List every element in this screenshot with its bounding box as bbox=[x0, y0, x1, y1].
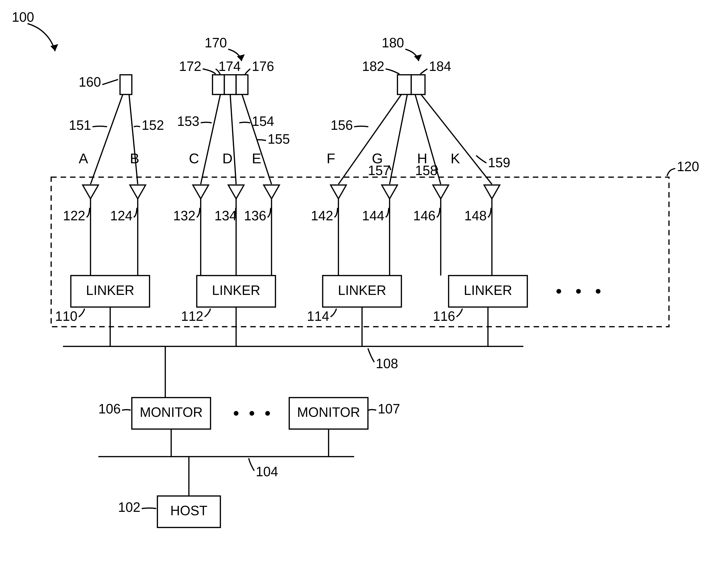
svg-point-34 bbox=[556, 289, 561, 294]
path-E: E bbox=[252, 150, 261, 166]
ref-157: 157 bbox=[368, 163, 390, 178]
path-C: C bbox=[189, 150, 199, 166]
ref-158: 158 bbox=[415, 163, 437, 178]
ref-116: 116 bbox=[433, 309, 455, 324]
fig-ref: 100 bbox=[12, 10, 34, 25]
svg-rect-2 bbox=[224, 75, 236, 94]
ref-144: 144 bbox=[362, 208, 384, 223]
svg-marker-14 bbox=[228, 185, 244, 199]
svg-text:MONITOR: MONITOR bbox=[140, 405, 202, 420]
svg-text:LINKER: LINKER bbox=[338, 283, 386, 298]
diagram-canvas: 100 160 170 172 174 176 180 182 184 120 bbox=[0, 0, 728, 566]
ref-104: 104 bbox=[256, 464, 278, 479]
path-K: K bbox=[450, 150, 460, 166]
ref-134: 134 bbox=[215, 208, 237, 223]
svg-marker-18 bbox=[331, 185, 346, 199]
ref-142: 142 bbox=[311, 208, 333, 223]
svg-text:HOST: HOST bbox=[170, 503, 207, 518]
ref-182: 182 bbox=[362, 59, 384, 74]
svg-rect-3 bbox=[236, 75, 248, 94]
ref-159: 159 bbox=[488, 155, 510, 170]
ref-160: 160 bbox=[79, 75, 101, 89]
svg-marker-22 bbox=[433, 185, 449, 199]
path-D: D bbox=[222, 150, 233, 166]
svg-line-38 bbox=[129, 94, 138, 184]
ref-180: 180 bbox=[382, 35, 404, 50]
ref-155: 155 bbox=[268, 132, 290, 146]
svg-marker-0 bbox=[50, 44, 58, 51]
antennas bbox=[83, 185, 500, 275]
svg-line-39 bbox=[201, 94, 220, 184]
ref-132: 132 bbox=[173, 208, 195, 223]
svg-point-35 bbox=[576, 289, 581, 294]
ref-172: 172 bbox=[179, 59, 201, 74]
ref-156: 156 bbox=[331, 118, 353, 133]
ref-174: 174 bbox=[218, 59, 241, 74]
svg-marker-20 bbox=[382, 185, 397, 199]
svg-rect-6 bbox=[411, 75, 425, 94]
svg-point-36 bbox=[596, 289, 601, 294]
svg-point-53 bbox=[234, 411, 239, 416]
ref-152: 152 bbox=[142, 118, 164, 133]
remote-180 bbox=[397, 75, 425, 94]
ref-110: 110 bbox=[55, 309, 77, 324]
svg-marker-16 bbox=[264, 185, 279, 199]
remote-170 bbox=[212, 75, 248, 94]
svg-text:LINKER: LINKER bbox=[212, 283, 260, 298]
svg-text:LINKER: LINKER bbox=[464, 283, 512, 298]
ref-153: 153 bbox=[177, 114, 199, 129]
ref-136: 136 bbox=[244, 208, 266, 223]
ref-146: 146 bbox=[413, 208, 436, 223]
ref-176: 176 bbox=[252, 59, 274, 74]
ref-107: 107 bbox=[378, 402, 400, 416]
ref-122: 122 bbox=[63, 208, 85, 223]
linker-boxes: LINKER LINKER LINKER LINKER bbox=[71, 275, 527, 307]
svg-marker-24 bbox=[484, 185, 500, 199]
svg-point-55 bbox=[265, 411, 270, 416]
remote-160 bbox=[120, 75, 132, 94]
ref-108: 108 bbox=[376, 356, 398, 371]
svg-line-37 bbox=[91, 94, 123, 184]
ref-112: 112 bbox=[181, 309, 203, 324]
svg-text:LINKER: LINKER bbox=[86, 283, 134, 298]
ref-120: 120 bbox=[677, 159, 699, 174]
svg-rect-1 bbox=[212, 75, 224, 94]
ref-148: 148 bbox=[464, 208, 487, 223]
svg-marker-8 bbox=[83, 185, 98, 199]
ref-184: 184 bbox=[429, 59, 451, 74]
svg-text:MONITOR: MONITOR bbox=[297, 405, 360, 420]
svg-point-54 bbox=[250, 411, 254, 416]
ref-114: 114 bbox=[307, 309, 329, 324]
ref-124: 124 bbox=[110, 208, 132, 223]
svg-line-40 bbox=[230, 94, 236, 184]
ref-154: 154 bbox=[252, 114, 274, 129]
svg-marker-10 bbox=[130, 185, 145, 199]
path-B: B bbox=[130, 150, 139, 166]
ref-102: 102 bbox=[118, 500, 140, 515]
svg-rect-5 bbox=[397, 75, 411, 94]
svg-marker-12 bbox=[193, 185, 208, 199]
path-A: A bbox=[79, 150, 88, 166]
ref-151: 151 bbox=[69, 118, 91, 133]
ref-170: 170 bbox=[205, 35, 227, 50]
path-F: F bbox=[327, 150, 335, 166]
ref-106: 106 bbox=[98, 402, 121, 416]
